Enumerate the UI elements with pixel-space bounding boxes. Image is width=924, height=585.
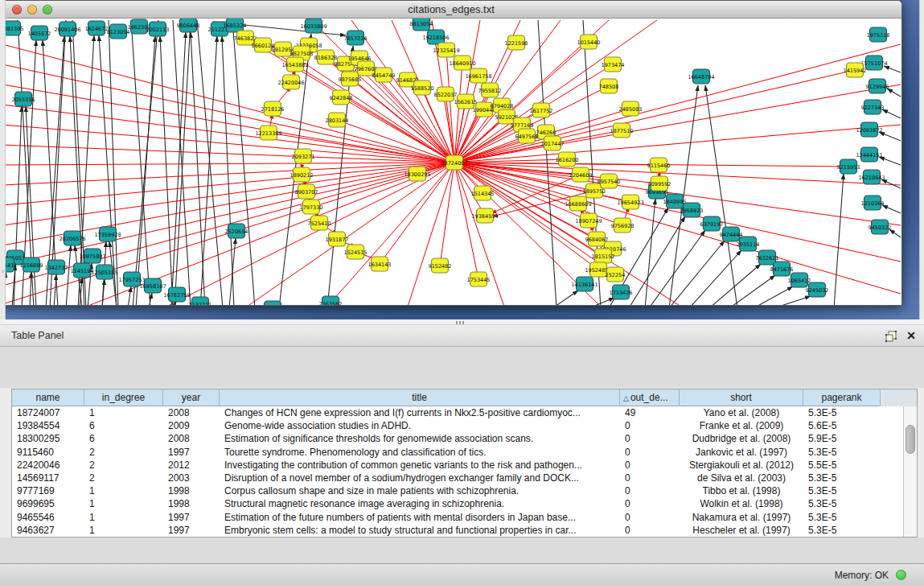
network-node[interactable]: 9242848 [330,90,353,105]
network-node[interactable]: 252254 [606,267,626,282]
cell-title[interactable]: Tourette syndrome. Phenomenology and cla… [220,446,620,459]
cell-year[interactable]: 1998 [163,497,220,510]
network-node[interactable]: 19218506 [422,30,449,44]
network-node[interactable]: 9215953 [837,159,860,174]
network-node[interactable]: 16648794 [688,69,714,84]
cell-name[interactable]: 18300295 [12,432,84,445]
cell-name[interactable]: 9777169 [12,484,84,497]
cell-year[interactable]: 2003 [163,472,220,484]
network-node[interactable]: 16210643 [858,170,885,184]
network-node[interactable]: 748508 [599,79,619,93]
cell-out-de-[interactable]: 0 [620,511,680,524]
network-node[interactable]: 2132771 [189,297,212,305]
network-node[interactable]: 2485083 [619,101,643,116]
cell-year[interactable]: 2012 [163,459,220,472]
network-node[interactable]: 1065412 [788,273,811,287]
memory-status-indicator-icon[interactable] [896,570,906,580]
network-node[interactable]: 1342737 [45,260,68,274]
cell-title[interactable]: Disruption of a novel member of a sodium… [220,472,620,484]
column-header-pagerank[interactable]: pagerank [803,389,881,406]
network-node[interactable]: 2520654 [225,224,248,238]
cell-title[interactable]: Changes of HCN gene expression and I(f) … [220,406,620,419]
network-canvas[interactable]: 1881305140557220091406162467281230541962… [1,19,901,305]
cell-name[interactable]: 9115460 [12,446,84,459]
cell-out-de-[interactable]: 49 [620,406,680,419]
network-node[interactable]: 9115460 [647,158,671,172]
network-node[interactable]: 6497568 [515,129,539,143]
cell-short[interactable]: Nakamura et al. (1997) [680,511,803,524]
cell-title[interactable]: Investigating the contribution of common… [220,459,620,472]
network-node[interactable]: 1975318 [867,27,890,42]
cell-year[interactable]: 2009 [163,419,220,432]
close-window-icon[interactable] [12,5,22,14]
network-node[interactable]: 8099592 [648,176,671,191]
network-node[interactable]: 1890212 [290,167,314,182]
cell-in-degree[interactable]: 6 [84,432,163,445]
network-node[interactable]: 2803144 [326,113,349,127]
network-canvas-svg[interactable]: 1881305140557220091406162467281230541962… [1,19,901,305]
network-node[interactable]: 7857224 [344,31,368,45]
cell-short[interactable]: Jankovic et al. (1997) [680,446,803,459]
network-node[interactable]: 1588520 [411,80,434,95]
cell-in-degree[interactable]: 6 [84,419,163,432]
network-node[interactable]: 8957540 [598,174,621,188]
cell-pagerank[interactable]: 5.3E-5 [803,524,881,537]
cell-year[interactable]: 2008 [163,406,220,419]
column-header-short[interactable]: short [680,389,803,406]
network-node[interactable]: 9245032 [806,282,829,297]
cell-year[interactable]: 1997 [163,511,220,524]
cell-in-degree[interactable]: 1 [84,484,163,497]
cell-short[interactable]: Stergiakouli et al. (2012) [680,459,803,472]
cell-title[interactable]: Embryonic stem cells: a model to study s… [220,524,620,537]
table-row[interactable]: 969969511998Structural magnetic resonanc… [12,497,904,510]
network-node[interactable]: 9875685 [339,72,362,86]
network-node[interactable]: 14136141 [571,277,598,291]
cell-short[interactable]: Tibbo et al. (1998) [680,484,803,497]
network-node[interactable]: 10688609 [565,196,591,211]
cell-pagerank[interactable]: 5.3E-5 [803,497,881,510]
network-node[interactable]: 9450322 [869,220,892,234]
network-node[interactable]: 1415942 [844,63,867,77]
cell-short[interactable]: Hescheler et al. (1997) [680,524,803,537]
cell-short[interactable]: Wolkin et al. (1998) [680,497,803,510]
network-node[interactable]: 1514345 [471,186,495,200]
cell-short[interactable]: de Silva et al. (2003) [680,472,803,484]
network-node[interactable]: 8958923 [680,203,704,217]
cell-out-de-[interactable]: 0 [620,432,680,445]
cell-short[interactable]: Franke et al. (2009) [680,419,803,432]
cell-name[interactable]: 22420046 [12,459,84,472]
cell-year[interactable]: 1998 [163,484,220,497]
network-node[interactable]: 12093872 [856,122,882,137]
network-node[interactable]: 2204609 [569,167,593,182]
network-node[interactable]: 1405572 [28,26,51,40]
float-panel-icon[interactable] [885,330,897,343]
cell-title[interactable]: Estimation of significance thresholds fo… [220,432,620,445]
cell-pagerank[interactable]: 5.3E-5 [803,511,881,524]
network-node[interactable]: 1616200 [556,152,579,167]
network-node[interactable]: 19654923 [617,195,643,209]
network-node[interactable]: 2718126 [261,101,285,116]
cell-out-de-[interactable]: 0 [620,419,680,432]
cell-in-degree[interactable]: 2 [84,472,163,484]
network-node[interactable]: 2935114 [737,237,760,251]
cell-out-de-[interactable]: 0 [620,524,680,537]
column-header-in-degree[interactable]: in_degree [84,389,163,406]
column-header-year[interactable]: year [163,389,220,406]
table-row[interactable]: 1456911722003Disruption of a novel membe… [12,472,904,484]
network-node[interactable]: 8471676 [770,262,794,276]
network-node[interactable]: 8813054 [410,19,433,31]
network-node[interactable]: 1733426 [610,285,633,299]
network-node[interactable]: 1145194 [71,263,94,278]
cell-in-degree[interactable]: 1 [84,524,163,537]
network-node[interactable]: 1015440 [577,35,601,49]
network-node[interactable]: 8123054 [107,24,130,39]
cell-in-degree[interactable]: 2 [84,446,163,459]
network-node[interactable]: 1877510 [610,123,634,138]
network-node[interactable]: 8903707 [295,184,318,199]
network-node[interactable]: 22420046 [277,75,304,89]
network-node[interactable]: 20091406 [54,22,80,36]
cell-name[interactable]: 18724007 [12,406,84,419]
cell-name[interactable]: 19384554 [12,419,84,432]
cell-pagerank[interactable]: 5.3E-5 [803,446,881,459]
network-node[interactable]: 1634143 [368,257,392,271]
